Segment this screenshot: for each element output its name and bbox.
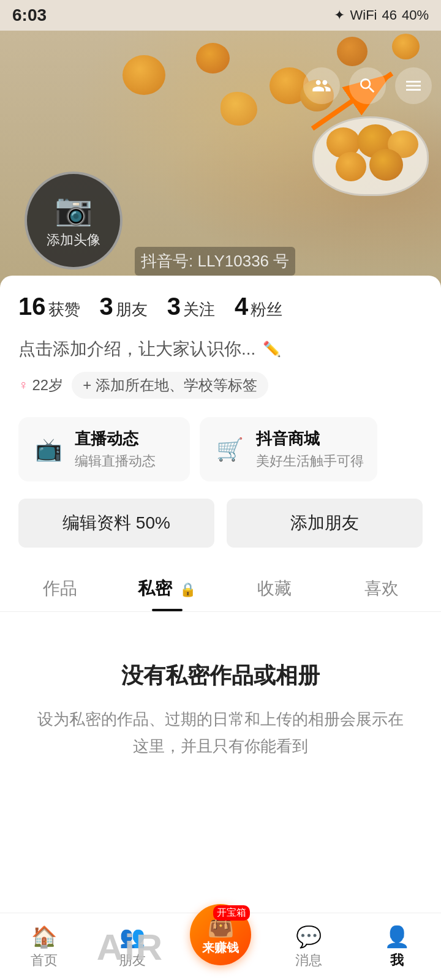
stat-followers-num: 4 (235, 294, 248, 318)
live-title: 直播动态 (75, 428, 156, 450)
earn-label: 来赚钱 (202, 940, 239, 956)
status-bar: 6:03 ✦ WiFi 46 40% (0, 0, 441, 31)
tab-likes-label: 喜欢 (364, 579, 399, 598)
profile-section: 16 获赞 3 朋友 3 关注 4 粉丝 点击添加介绍，让大家认识你... ✏️… (0, 276, 441, 612)
bowl-fruit-5 (369, 149, 403, 181)
nav-home-label: 首页 (31, 951, 58, 970)
username-text: 抖音号: LLY10336 号 (135, 247, 295, 276)
shop-title: 抖音商城 (256, 428, 364, 450)
nav-profile-label: 我 (390, 951, 404, 970)
empty-state: 没有私密作品或相册 设为私密的作品、过期的日常和上传的相册会展示在这里，并且只有… (0, 612, 441, 918)
stat-friends[interactable]: 3 朋友 (100, 294, 148, 320)
bio-row[interactable]: 点击添加介绍，让大家认识你... ✏️ (18, 337, 423, 361)
feature-cards-row: 📺 直播动态 编辑直播动态 🛒 抖音商城 美好生活触手可得 (18, 417, 423, 481)
empty-title: 没有私密作品或相册 (37, 661, 404, 691)
menu-button[interactable] (395, 67, 432, 104)
tab-likes[interactable]: 喜欢 (328, 566, 435, 611)
status-time: 6:03 (12, 6, 47, 25)
message-icon: 💬 (296, 924, 322, 949)
wifi-icon: WiFi (350, 7, 377, 23)
lock-icon: 🔒 (179, 582, 196, 597)
fruit-decoration-2 (196, 43, 230, 74)
tab-collect-label: 收藏 (257, 579, 292, 598)
username-area: 抖音号: LLY10336 号 (135, 247, 435, 276)
nav-home[interactable]: 🏠 首页 (0, 924, 88, 970)
fruit-decoration-5 (221, 92, 257, 126)
nav-messages[interactable]: 💬 消息 (265, 924, 353, 970)
friends-button[interactable] (303, 67, 340, 104)
bottom-navigation: 🏠 首页 👥 朋友 开宝箱 👜 来赚钱 💬 消息 👤 我 (0, 913, 441, 980)
live-info: 直播动态 编辑直播动态 (75, 428, 156, 470)
live-icon: 📺 (32, 433, 65, 466)
earn-button[interactable]: 开宝箱 👜 来赚钱 (190, 904, 251, 965)
nav-profile[interactable]: 👤 我 (353, 924, 441, 970)
profile-icon: 👤 (384, 924, 410, 949)
fruit-decoration-4 (337, 37, 368, 66)
stat-likes-num: 16 (18, 294, 46, 318)
profile-banner: 📷 添加头像 抖音号: LLY10336 号 (0, 31, 441, 288)
stat-likes[interactable]: 16 获赞 (18, 294, 80, 320)
feature-card-shop[interactable]: 🛒 抖音商城 美好生活触手可得 (200, 417, 377, 481)
status-icons: ✦ WiFi 46 40% (334, 7, 429, 23)
live-subtitle: 编辑直播动态 (75, 452, 156, 470)
tab-private-label: 私密 (138, 579, 172, 598)
shop-info: 抖音商城 美好生活触手可得 (256, 428, 364, 470)
avatar-area[interactable]: 📷 添加头像 (24, 172, 123, 270)
fruit-bowl (312, 116, 429, 196)
avatar-circle[interactable]: 📷 添加头像 (24, 172, 123, 270)
tab-private[interactable]: 私密 🔒 (113, 566, 221, 611)
add-friend-button[interactable]: 添加朋友 (227, 499, 423, 548)
stat-following-label: 关注 (183, 299, 215, 320)
fruit-decoration-7 (392, 34, 420, 59)
female-icon: ♀ (18, 377, 29, 393)
edit-profile-button[interactable]: 编辑资料 50% (18, 499, 214, 548)
shop-subtitle: 美好生活触手可得 (256, 452, 364, 470)
tag-gender-age: ♀ 22岁 (18, 375, 63, 395)
profile-tabs: 作品 私密 🔒 收藏 喜欢 (0, 566, 441, 612)
bowl-fruit-4 (336, 152, 366, 181)
camera-icon: 📷 (55, 192, 92, 227)
tags-row: ♀ 22岁 + 添加所在地、学校等标签 (18, 372, 423, 399)
add-tags-button[interactable]: + 添加所在地、学校等标签 (72, 372, 268, 399)
stat-friends-num: 3 (100, 294, 113, 318)
air-text: AiR (97, 926, 164, 968)
stat-friends-label: 朋友 (116, 299, 148, 320)
signal-icon: 46 (382, 7, 396, 23)
tab-works-label: 作品 (43, 579, 77, 598)
header-actions (303, 67, 432, 104)
bluetooth-icon: ✦ (334, 7, 345, 23)
tab-collect[interactable]: 收藏 (221, 566, 328, 611)
add-tags-label: + 添加所在地、学校等标签 (83, 377, 257, 393)
age-text: 22岁 (32, 375, 64, 395)
bio-edit-icon[interactable]: ✏️ (263, 341, 281, 358)
stats-row: 16 获赞 3 朋友 3 关注 4 粉丝 (18, 294, 423, 320)
nav-messages-label: 消息 (295, 951, 322, 970)
tab-works[interactable]: 作品 (6, 566, 113, 611)
action-buttons-row: 编辑资料 50% 添加朋友 (18, 499, 423, 548)
search-button[interactable] (349, 67, 386, 104)
avatar-label: 添加头像 (47, 231, 100, 249)
stat-following-num: 3 (167, 294, 181, 318)
air-watermark: AiR (93, 914, 167, 980)
stat-followers-label: 粉丝 (251, 299, 282, 320)
stat-following[interactable]: 3 关注 (167, 294, 215, 320)
nav-center-earn[interactable]: 开宝箱 👜 来赚钱 (176, 929, 265, 965)
stat-likes-label: 获赞 (48, 299, 80, 320)
home-icon: 🏠 (31, 924, 57, 949)
battery-icon: 40% (402, 7, 429, 23)
shop-icon: 🛒 (213, 433, 246, 466)
fruit-decoration-1 (123, 55, 165, 95)
bio-text: 点击添加介绍，让大家认识你... (18, 337, 255, 361)
stat-followers[interactable]: 4 粉丝 (235, 294, 282, 320)
feature-card-live[interactable]: 📺 直播动态 编辑直播动态 (18, 417, 190, 481)
earn-badge: 开宝箱 (213, 905, 250, 921)
empty-desc: 设为私密的作品、过期的日常和上传的相册会展示在这里，并且只有你能看到 (37, 706, 404, 760)
